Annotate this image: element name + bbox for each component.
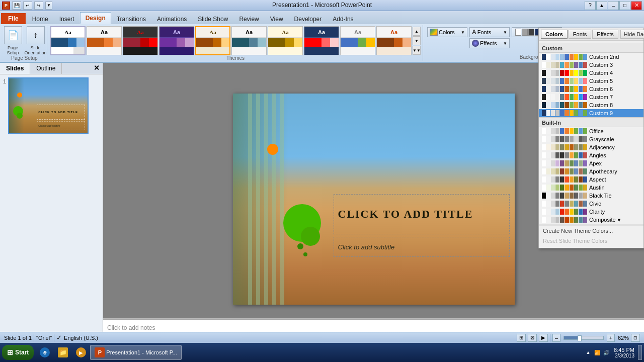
effects-button[interactable]: Effects ▼ [469, 38, 510, 48]
color-item-composite[interactable]: Composite ▼ [539, 216, 643, 224]
orange-circle [267, 144, 278, 155]
view-reading-btn[interactable]: ▶ [539, 334, 548, 342]
color-item-office[interactable]: Office [539, 127, 643, 135]
quick-access-more[interactable]: ▼ [45, 2, 52, 10]
ribbon-toggle[interactable]: ▲ [596, 1, 607, 10]
theme-item-10[interactable]: Aa [376, 26, 412, 55]
status-separator-3 [550, 334, 550, 342]
color-item-blacktie[interactable]: Black Tie [539, 192, 643, 200]
maximize-button[interactable]: □ [619, 1, 630, 10]
colors-button[interactable]: Colors ▼ [427, 27, 467, 37]
tab-developer[interactable]: Developer [289, 13, 328, 24]
reset-slide-theme-colors[interactable]: Reset Slide Theme Colors [539, 236, 643, 246]
effects-tab-btn[interactable]: Effects [592, 30, 618, 39]
fonts-tab-btn[interactable]: Fonts [569, 30, 592, 39]
color-item-angles[interactable]: Angles [539, 151, 643, 159]
zoom-in-btn[interactable]: + [607, 334, 615, 342]
color-item-apothecary[interactable]: Apothecary [539, 167, 643, 175]
theme-item-8[interactable]: Aa [304, 26, 339, 55]
page-setup-button[interactable]: 📄 PageSetup [3, 26, 23, 55]
view-sorter-btn[interactable]: ⊠ [528, 334, 537, 342]
taskbar-media[interactable]: ▶ [72, 345, 90, 360]
slides-panel: 1 CLICK TO ADD TITLE Click to add subtit… [0, 74, 103, 335]
color-item-grayscale[interactable]: Grayscale [539, 135, 643, 143]
theme-item-6[interactable]: Aa [231, 26, 267, 55]
color-item-aspect[interactable]: Aspect [539, 175, 643, 184]
color-item-clarity[interactable]: Clarity [539, 208, 643, 216]
theme-item-3[interactable]: Aa [123, 26, 158, 55]
slide-canvas[interactable]: CLICK TO ADD TITLE Click to add subtitle [233, 94, 515, 305]
theme-item-7[interactable]: Aa [268, 26, 303, 55]
up-arrow-icon[interactable]: ▲ [584, 348, 592, 356]
quick-access-undo[interactable]: ↩ [23, 2, 32, 10]
fonts-button[interactable]: A Fonts ▼ [469, 27, 510, 37]
slide-orientation-button[interactable]: ↕ SlideOrientation [25, 26, 46, 55]
color-label-office: Office [589, 128, 604, 134]
tab-review[interactable]: Review [233, 13, 264, 24]
color-item-custom7[interactable]: Custom 7 [539, 93, 643, 101]
color-label-custom4: Custom 4 [589, 70, 613, 76]
tab-transitions[interactable]: Transitions [111, 13, 151, 24]
tab-outline[interactable]: Outline [30, 63, 62, 74]
color-item-custom5[interactable]: Custom 5 [539, 77, 643, 85]
theme-item-2[interactable]: Aa [87, 26, 122, 55]
taskbar-powerpoint[interactable]: P Presentation1 - Microsoft P... [90, 345, 181, 360]
fit-slide-btn[interactable]: ⊡ [631, 334, 640, 342]
quick-access-redo[interactable]: ↪ [34, 2, 43, 10]
theme-item-5[interactable]: Aa [195, 26, 230, 55]
color-item-custom9[interactable]: Custom 9 [539, 109, 643, 117]
color-item-apex[interactable]: Apex [539, 159, 643, 167]
slide-preview[interactable]: CLICK TO ADD TITLE Click to add subtitle [8, 77, 89, 134]
theme-item-4[interactable]: Aa [159, 26, 194, 55]
color-item-custom2nd[interactable]: Custom 2nd [539, 53, 643, 61]
volume-icon[interactable]: 🔊 [602, 348, 610, 356]
network-icon[interactable]: 📶 [593, 348, 601, 356]
colors-tab-btn[interactable]: Colors [541, 30, 568, 39]
tab-view[interactable]: View [265, 13, 289, 24]
color-item-custom6[interactable]: Custom 6 [539, 85, 643, 93]
title-placeholder[interactable]: CLICK TO ADD TITLE [334, 194, 510, 234]
view-normal-btn[interactable]: ⊞ [517, 334, 526, 342]
color-swatch-angles [542, 152, 587, 158]
color-item-custom4[interactable]: Custom 4 [539, 69, 643, 77]
tab-file[interactable]: File [1, 13, 26, 24]
tab-addins[interactable]: Add-Ins [327, 13, 359, 24]
titlebar-left: P 💾 ↩ ↪ ▼ [2, 2, 52, 10]
clock[interactable]: 8:45 PM 3/3/2013 [612, 347, 636, 358]
taskbar-explorer[interactable]: 📁 [54, 345, 72, 360]
color-item-austin[interactable]: Austin [539, 184, 643, 192]
subtitle-placeholder[interactable]: Click to add subtitle [334, 237, 510, 257]
start-button[interactable]: ⊞ Start [2, 345, 34, 360]
color-item-custom3[interactable]: Custom 3 [539, 61, 643, 69]
hide-bg-label[interactable]: Hide Background Graphics [620, 30, 644, 39]
zoom-out-btn[interactable]: – [552, 334, 560, 342]
group-label-page-setup: Page Setup [11, 55, 37, 61]
color-item-custom8[interactable]: Custom 8 [539, 101, 643, 109]
panel-close[interactable]: ✕ [91, 63, 103, 74]
tab-slideshow[interactable]: Slide Show [192, 13, 233, 24]
themes-more[interactable]: ▼▼ [413, 46, 421, 55]
create-new-theme-colors[interactable]: Create New Theme Colors... [539, 226, 643, 236]
close-button[interactable]: ✕ [631, 1, 642, 10]
taskbar-ie[interactable]: e [36, 345, 54, 360]
show-desktop-btn[interactable] [638, 345, 642, 360]
themes-scroll-up[interactable]: ▲ [413, 27, 421, 36]
themes-scroll-down[interactable]: ▼ [413, 36, 421, 45]
color-item-adjacency[interactable]: Adjacency [539, 143, 643, 151]
statusbar: Slide 1 of 1 "Oriel" ✓ English (U.S.) ⊞ … [0, 332, 644, 343]
color-swatch-austin [542, 185, 587, 191]
tab-slides[interactable]: Slides [0, 63, 30, 74]
zoom-slider[interactable] [564, 336, 604, 340]
tab-insert[interactable]: Insert [54, 13, 80, 24]
tab-animations[interactable]: Animations [151, 13, 192, 24]
help-button[interactable]: ? [585, 1, 596, 10]
quick-access-save[interactable]: 💾 [12, 2, 21, 10]
theme-item-1[interactable]: Aa [50, 26, 86, 55]
color-swatch-apothecary [542, 168, 587, 174]
tab-design[interactable]: Design [80, 12, 111, 24]
tab-home[interactable]: Home [27, 13, 54, 24]
color-item-civic[interactable]: Civic [539, 200, 643, 208]
taskbar-right: ▲ 📶 🔊 8:45 PM 3/3/2013 [584, 345, 642, 360]
theme-item-9[interactable]: Aa [340, 26, 375, 55]
minimize-button[interactable]: – [608, 1, 619, 10]
